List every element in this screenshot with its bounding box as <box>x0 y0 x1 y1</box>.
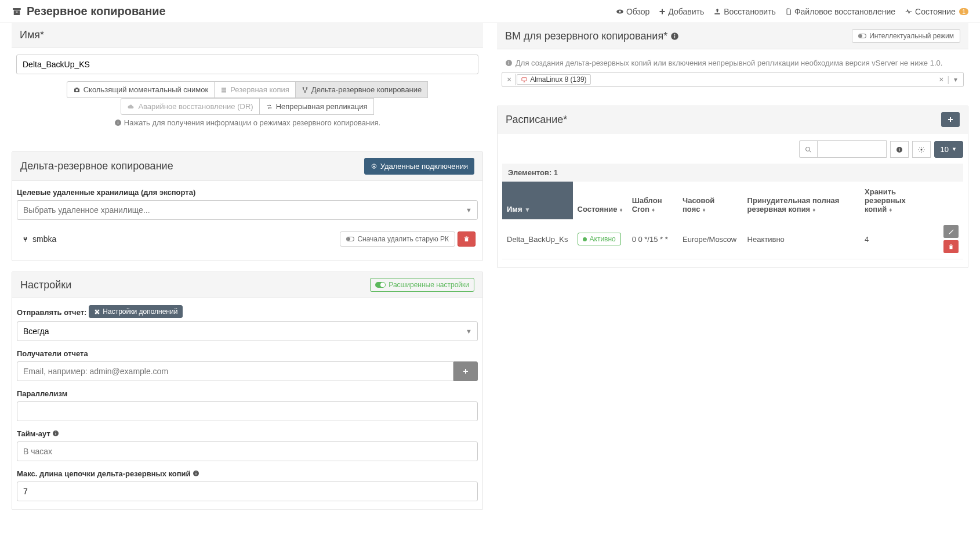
info-icon <box>52 430 59 437</box>
svg-rect-7 <box>715 13 720 14</box>
svg-point-20 <box>373 165 375 167</box>
gear-icon <box>371 163 378 170</box>
svg-rect-6 <box>660 11 665 12</box>
recipients-label: Получатели отчета <box>17 349 478 358</box>
chevron-down-icon[interactable]: ▼ <box>953 77 959 83</box>
nav-add[interactable]: Добавить <box>659 7 704 16</box>
name-input[interactable] <box>16 55 478 74</box>
row-delete-button[interactable] <box>943 240 959 253</box>
upload-icon <box>713 8 721 16</box>
sort-icon: ♦ <box>652 207 655 213</box>
nav-overview[interactable]: Обзор <box>616 7 649 16</box>
recipients-input[interactable] <box>17 361 453 381</box>
toggle-on-icon <box>375 282 386 288</box>
schedule-search-input[interactable] <box>817 140 887 158</box>
parallel-input[interactable] <box>17 401 478 421</box>
archive-icon <box>12 6 22 17</box>
nav-file-restore[interactable]: Файловое восстановление <box>785 7 895 16</box>
schedule-add-button[interactable] <box>941 112 960 127</box>
svg-point-45 <box>805 147 810 151</box>
schedule-count: Элементов: 1 <box>502 164 963 182</box>
svg-rect-47 <box>899 149 899 151</box>
mode-cr[interactable]: Непрерывная репликация <box>259 98 374 115</box>
pencil-icon <box>948 229 954 235</box>
sort-icon: ♦ <box>620 207 623 213</box>
svg-point-36 <box>674 34 676 35</box>
svg-rect-23 <box>465 238 469 241</box>
col-name[interactable]: Имя▼ <box>502 182 573 219</box>
parallel-label: Параллелизм <box>17 389 478 398</box>
schedule-title: Расписание* <box>506 114 567 126</box>
svg-rect-18 <box>118 122 118 124</box>
targets-label: Целевые удаленные хранилища (для экспорт… <box>17 188 478 197</box>
status-badge: 1 <box>959 8 968 15</box>
svg-point-19 <box>118 121 118 121</box>
timeout-input[interactable] <box>17 442 478 461</box>
chain-label: Макс. длина цепочки дельта-резервных коп… <box>17 469 478 478</box>
vm-tag[interactable]: AlmaLinux 8 (139) <box>517 74 590 85</box>
vm-clear-button[interactable]: × <box>939 75 943 84</box>
vm-select[interactable]: × AlmaLinux 8 (139) × | ▼ <box>502 72 964 87</box>
cell-tz: Europe/Moscow <box>678 219 743 259</box>
svg-rect-52 <box>950 244 952 245</box>
fork-icon <box>302 86 308 93</box>
svg-rect-24 <box>464 237 469 238</box>
addon-settings-button[interactable]: Настройки дополнений <box>89 305 183 318</box>
status-badge: Активно <box>578 233 621 245</box>
remote-delete-button[interactable] <box>458 231 476 247</box>
svg-point-33 <box>196 472 197 472</box>
chain-input[interactable] <box>17 482 478 501</box>
delete-old-first-button[interactable]: Сначала удалить старую РК <box>340 231 455 247</box>
svg-rect-12 <box>222 89 226 91</box>
col-forced[interactable]: Принудительная полная резервная копия♦ <box>743 182 860 219</box>
col-keep[interactable]: Хранить резервных копий♦ <box>860 182 939 219</box>
toggle-off-icon <box>346 236 354 242</box>
monitor-icon <box>521 75 528 84</box>
remote-connections-button[interactable]: Удаленные подключения <box>364 158 474 175</box>
sort-desc-icon: ▼ <box>525 207 531 213</box>
svg-rect-11 <box>222 88 226 89</box>
nav-restore[interactable]: Восстановить <box>713 7 776 16</box>
status-dot-icon <box>583 237 587 241</box>
svg-point-15 <box>306 87 307 88</box>
recipients-add-button[interactable] <box>453 361 478 381</box>
svg-rect-10 <box>75 88 78 89</box>
col-tz[interactable]: Часовой пояс♦ <box>678 182 743 219</box>
advanced-settings-toggle[interactable]: Расширенные настройки <box>370 278 474 292</box>
vm-section-title: ВМ для резервного копирования* <box>505 30 679 42</box>
cell-cron: 0 0 */15 * * <box>627 219 678 259</box>
search-icon <box>799 140 817 158</box>
name-section-head: Имя* <box>12 23 483 48</box>
svg-rect-42 <box>522 78 527 81</box>
mode-rolling-snapshot[interactable]: Скользящий моментальный снимок <box>67 81 215 98</box>
svg-rect-29 <box>56 433 56 435</box>
col-cron[interactable]: Шаблон Cron♦ <box>627 182 678 219</box>
svg-point-16 <box>304 91 306 92</box>
row-edit-button[interactable] <box>943 225 959 238</box>
svg-rect-2 <box>16 12 18 13</box>
mode-dr[interactable]: Аварийное восстановление (DR) <box>121 98 259 115</box>
schedule-settings-button[interactable] <box>912 141 931 158</box>
col-state[interactable]: Состояние♦ <box>573 182 627 219</box>
send-report-select[interactable] <box>17 321 478 341</box>
schedule-info-button[interactable] <box>890 141 909 158</box>
plug-icon <box>21 236 29 243</box>
toggle-off-icon <box>858 33 866 39</box>
mode-backup[interactable]: Резервная копия <box>214 81 296 98</box>
svg-rect-32 <box>196 473 197 475</box>
send-report-label: Отправлять отчет: <box>17 308 86 317</box>
vm-remove-button[interactable]: × <box>503 74 516 85</box>
gear-icon <box>918 146 925 153</box>
svg-rect-1 <box>14 10 20 15</box>
page-size-select[interactable]: 10 ▼ <box>934 141 963 158</box>
nav-status[interactable]: Состояние 1 <box>905 7 968 16</box>
smart-mode-button[interactable]: Интеллектуальный режим <box>852 29 960 43</box>
targets-select[interactable] <box>17 200 478 220</box>
svg-point-4 <box>619 10 621 13</box>
mode-delta[interactable]: Дельта-резервное копирование <box>295 81 428 98</box>
info-icon <box>193 470 199 477</box>
svg-point-22 <box>347 238 350 241</box>
sort-icon: ♦ <box>889 207 892 213</box>
svg-point-38 <box>859 35 862 38</box>
file-icon <box>785 8 792 16</box>
